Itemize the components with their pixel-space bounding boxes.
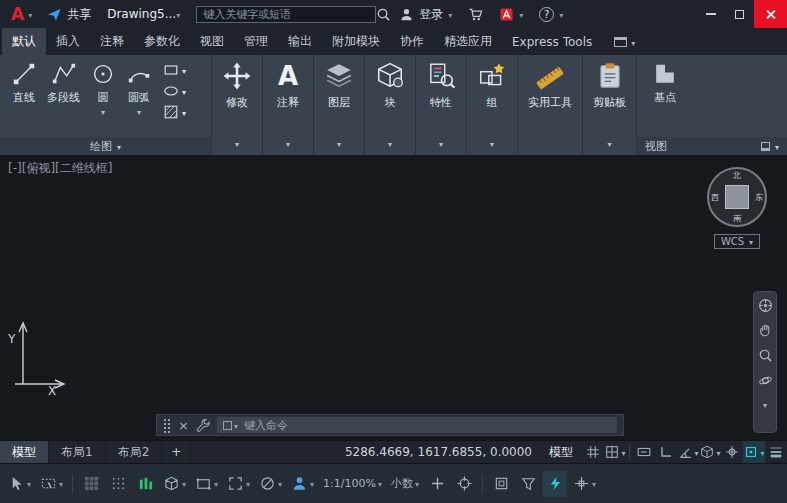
tab-featured-apps[interactable]: 精选应用 xyxy=(434,28,502,55)
hatch-tool[interactable] xyxy=(163,104,186,120)
annotation-monitor-button[interactable] xyxy=(256,471,285,497)
isolate-objects-button[interactable] xyxy=(516,471,540,497)
polyline-tool[interactable]: 多段线 xyxy=(42,60,85,137)
line-tool[interactable]: 直线 xyxy=(6,60,42,137)
search-icon[interactable] xyxy=(376,7,391,22)
command-line[interactable]: 键入命令 xyxy=(156,414,624,436)
panel-dialog-launcher-icon[interactable] xyxy=(761,142,770,151)
command-grip-icon[interactable] xyxy=(163,418,171,433)
new-layout-button[interactable]: + xyxy=(162,441,191,463)
annotation-visibility-button[interactable] xyxy=(288,471,317,497)
object-snap-toggle[interactable] xyxy=(743,441,765,463)
close-button[interactable] xyxy=(754,0,787,28)
tab-home[interactable]: 默认 xyxy=(2,28,46,55)
panel-properties[interactable]: 特性 xyxy=(416,55,467,155)
3d-object-snap-button[interactable] xyxy=(192,471,221,497)
layout-tab-layout1[interactable]: 布局1 xyxy=(49,441,106,463)
target-button[interactable] xyxy=(452,471,476,497)
tab-collaborate[interactable]: 协作 xyxy=(390,28,434,55)
panel-annotate[interactable]: 注释 xyxy=(263,55,314,155)
minimize-button[interactable] xyxy=(696,0,725,28)
annotation-scale-button[interactable]: 1:1/100% xyxy=(320,471,385,497)
drawing-area[interactable]: [-][俯视][二维线框] 北 南 西 东 WCS Y X xyxy=(0,155,787,440)
navigation-wheel-icon[interactable] xyxy=(758,298,773,313)
snap-mode-toggle[interactable] xyxy=(604,441,626,463)
command-input[interactable]: 键入命令 xyxy=(217,417,617,433)
tab-parametric[interactable]: 参数化 xyxy=(134,28,190,55)
share-button[interactable]: 共享 xyxy=(39,0,99,28)
line-label: 直线 xyxy=(13,90,35,105)
viewport-controls[interactable]: [-][俯视][二维线框] xyxy=(8,160,112,177)
panel-group[interactable]: 组 xyxy=(467,55,518,155)
panel-layers[interactable]: 图层 xyxy=(314,55,365,155)
tab-insert[interactable]: 插入 xyxy=(46,28,90,55)
circle-flyout-caret-icon[interactable] xyxy=(101,106,105,117)
selection-cycling-button[interactable] xyxy=(133,471,157,497)
command-customize-wrench-icon[interactable] xyxy=(196,418,210,432)
layout-tab-layout2[interactable]: 布局2 xyxy=(106,441,163,463)
command-close-icon[interactable] xyxy=(178,419,189,432)
store-button[interactable] xyxy=(460,0,491,28)
hardware-acceleration-button[interactable] xyxy=(543,471,567,497)
grid-display-toggle[interactable] xyxy=(582,441,604,463)
ortho-mode-toggle[interactable] xyxy=(655,441,677,463)
tab-express-tools[interactable]: Express Tools xyxy=(502,28,602,55)
selection-modes-button[interactable] xyxy=(5,471,34,497)
arc-tool[interactable]: 圆弧 xyxy=(121,60,157,137)
object-snap-tracking-toggle[interactable] xyxy=(721,441,743,463)
visual-style-button[interactable] xyxy=(160,471,189,497)
zoom-icon[interactable] xyxy=(758,348,773,363)
panel-clipboard[interactable]: 剪贴板 xyxy=(583,55,637,155)
tab-view[interactable]: 视图 xyxy=(190,28,234,55)
application-menu-button[interactable]: A xyxy=(4,0,39,28)
draw-panel-footer[interactable]: 绘图 xyxy=(0,137,211,155)
panel-block[interactable]: 块 xyxy=(365,55,416,155)
document-menu-caret-icon[interactable] xyxy=(176,8,180,20)
compass-east-label[interactable]: 东 xyxy=(755,192,763,203)
tab-manage[interactable]: 管理 xyxy=(234,28,278,55)
crosshair-flyout-button[interactable] xyxy=(570,471,599,497)
arc-flyout-caret-icon[interactable] xyxy=(137,106,141,117)
maximize-button[interactable] xyxy=(725,0,754,28)
base-point-tool[interactable]: 基点 xyxy=(647,60,683,137)
lineweight-toggle[interactable] xyxy=(765,441,787,463)
dynamic-input-toggle[interactable] xyxy=(633,441,655,463)
app-store-button[interactable] xyxy=(491,0,531,28)
circle-slash-icon xyxy=(259,475,276,492)
tab-output[interactable]: 输出 xyxy=(278,28,322,55)
grid-matrix-button[interactable] xyxy=(79,471,103,497)
isometric-drafting-toggle[interactable] xyxy=(699,441,721,463)
compass-west-label[interactable]: 西 xyxy=(711,192,719,203)
rectangle-tool[interactable] xyxy=(163,62,186,78)
tab-add-ins[interactable]: 附加模块 xyxy=(322,28,390,55)
viewcube-compass[interactable]: 北 南 西 东 xyxy=(707,167,767,227)
snap-dots-button[interactable] xyxy=(106,471,130,497)
layout-tab-model[interactable]: 模型 xyxy=(0,441,49,463)
signin-button[interactable]: 登录 xyxy=(391,0,460,28)
quick-properties-button[interactable] xyxy=(425,471,449,497)
help-button[interactable]: ? xyxy=(531,0,571,28)
search-input[interactable] xyxy=(196,6,376,23)
window-selection-button[interactable] xyxy=(37,471,66,497)
viewcube-face[interactable] xyxy=(725,185,749,209)
ellipse-tool[interactable] xyxy=(163,83,186,99)
ribbon-display-toggle[interactable] xyxy=(614,28,635,55)
model-space-toggle[interactable]: 模型 xyxy=(540,441,582,463)
panel-modify[interactable]: 修改 xyxy=(212,55,263,155)
compass-south-label[interactable]: 南 xyxy=(733,213,741,224)
units-button[interactable]: 小数 xyxy=(388,471,422,497)
command-flyout-button[interactable] xyxy=(223,420,238,431)
circle-tool[interactable]: 圆 xyxy=(85,60,121,137)
orbit-icon[interactable] xyxy=(758,373,773,388)
lock-ui-button[interactable] xyxy=(489,471,513,497)
polar-tracking-toggle[interactable] xyxy=(677,441,699,463)
view-panel-caret-icon[interactable] xyxy=(775,141,779,152)
compass-north-label[interactable]: 北 xyxy=(733,170,741,181)
navbar-caret-icon[interactable] xyxy=(763,398,767,410)
dynamic-ucs-button[interactable] xyxy=(224,471,253,497)
tab-annotate[interactable]: 注释 xyxy=(90,28,134,55)
wcs-menu[interactable]: WCS xyxy=(714,234,760,249)
panel-utilities[interactable]: 实用工具 xyxy=(518,55,583,155)
pan-hand-icon[interactable] xyxy=(758,323,773,338)
view-panel-footer[interactable]: 视图 xyxy=(637,137,787,155)
